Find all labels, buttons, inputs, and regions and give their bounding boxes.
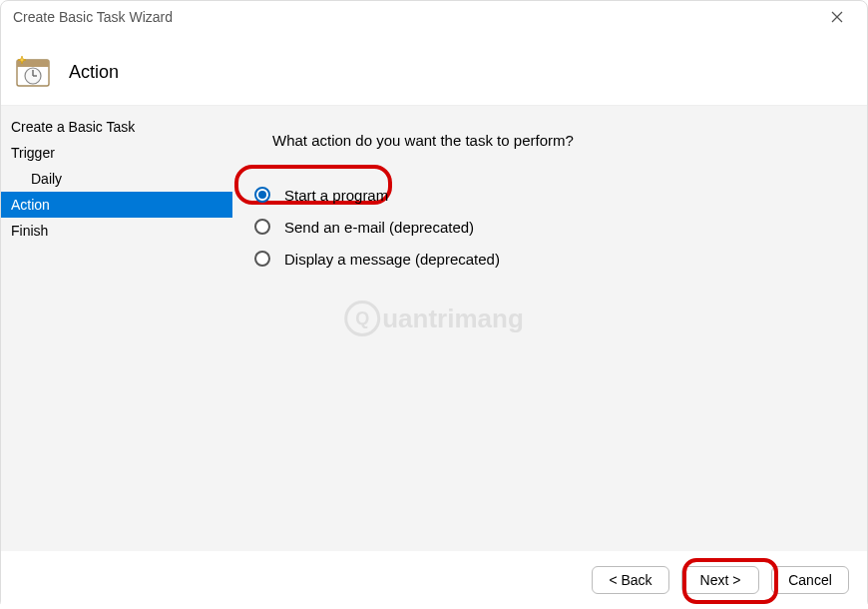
radio-icon (254, 251, 270, 267)
step-label: Daily (31, 171, 62, 187)
page-title: Action (69, 62, 119, 83)
wizard-footer: < Back Next > Cancel (1, 551, 867, 609)
wizard-content: What action do you want the task to perf… (232, 106, 867, 551)
radio-display-message[interactable]: Display a message (deprecated) (254, 243, 843, 275)
step-finish[interactable]: Finish (1, 218, 232, 244)
button-label: Cancel (788, 572, 832, 588)
step-daily[interactable]: Daily (1, 166, 232, 192)
step-label: Create a Basic Task (11, 119, 135, 135)
titlebar: Create Basic Task Wizard (1, 1, 867, 33)
step-trigger[interactable]: Trigger (1, 140, 232, 166)
next-button[interactable]: Next > (681, 566, 759, 594)
wizard-body: Create a Basic Task Trigger Daily Action… (1, 105, 867, 551)
radio-icon (254, 187, 270, 203)
button-label: < Back (609, 572, 651, 588)
radio-label: Start a program (284, 187, 388, 204)
close-icon (831, 11, 843, 23)
task-scheduler-icon (15, 54, 51, 90)
wizard-window: Create Basic Task Wizard Action (0, 0, 868, 609)
wizard-steps-sidebar: Create a Basic Task Trigger Daily Action… (1, 106, 232, 551)
radio-label: Send an e-mail (deprecated) (284, 219, 474, 236)
step-create-basic-task[interactable]: Create a Basic Task (1, 114, 232, 140)
close-button[interactable] (819, 1, 855, 33)
cancel-button[interactable]: Cancel (771, 566, 849, 594)
action-options: Start a program Send an e-mail (deprecat… (254, 179, 843, 275)
wizard-header: Action (1, 33, 867, 105)
back-button[interactable]: < Back (592, 566, 669, 594)
step-label: Trigger (11, 145, 55, 161)
step-action[interactable]: Action (1, 192, 232, 218)
window-title: Create Basic Task Wizard (13, 9, 819, 25)
action-prompt: What action do you want the task to perf… (272, 132, 843, 149)
radio-icon (254, 219, 270, 235)
radio-label: Display a message (deprecated) (284, 251, 500, 268)
step-label: Finish (11, 223, 48, 239)
radio-start-program[interactable]: Start a program (254, 179, 843, 211)
button-label: Next > (700, 572, 741, 588)
radio-send-email[interactable]: Send an e-mail (deprecated) (254, 211, 843, 243)
step-label: Action (11, 197, 50, 213)
